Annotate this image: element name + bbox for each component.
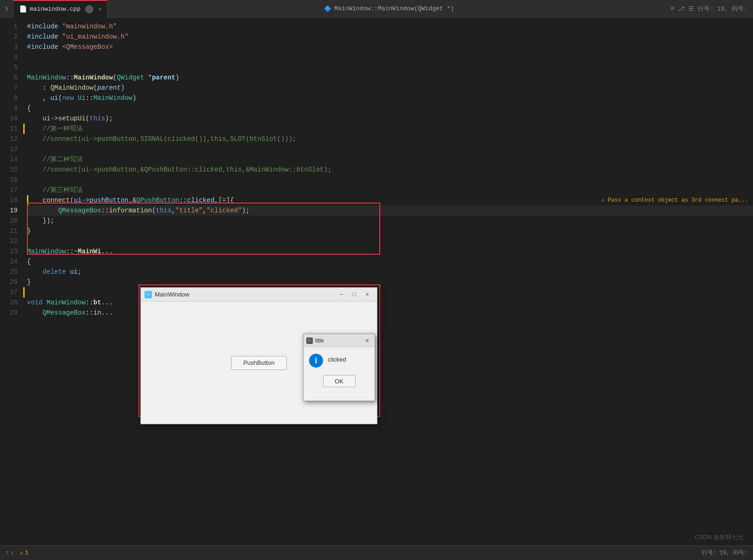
code-line-28: void MainWindow::bt... [27, 297, 753, 308]
line-numbers: 1 2 3 4 5 6 7 ▼8 9 10 11 12 13 14 15 16 … [0, 18, 23, 545]
ln-15: 15 [0, 165, 18, 175]
ln-20: 20 [0, 216, 18, 226]
warning-bar-11 [23, 124, 25, 134]
msgbox-buttons: OK [304, 372, 375, 392]
ln-21: 21 [0, 226, 18, 236]
status-sort-buttons[interactable]: ↑ ↓ [6, 550, 14, 556]
ln-5: 5 [0, 62, 18, 72]
status-warning-count: ⚠ 1 [20, 549, 28, 556]
branch-icon: ⎇ [678, 5, 685, 13]
line-col-indicator: 行号: 19, 列号: [698, 5, 747, 13]
ln-10: 10 [0, 113, 18, 124]
bookmark-icon: ☰ [688, 5, 694, 13]
ln-26: 26 [0, 277, 18, 287]
ln-24: 24 [0, 257, 18, 267]
ln-6: 6 [0, 72, 18, 83]
breadcrumb-icon: 🔷 [324, 5, 331, 13]
msgbox-message: clicked [328, 354, 346, 363]
code-line-24: { [27, 257, 753, 267]
msgbox-title-icon: □ [306, 337, 313, 344]
code-line-15: //connect(ui->pushButton,&QPushButton::c… [27, 165, 753, 175]
ln-27: 27 [0, 287, 18, 297]
code-line-21: } [27, 226, 753, 236]
sort-up-icon: ↑ [6, 550, 9, 556]
ln-28: ▼28 [0, 297, 18, 308]
mainwindow-close-button[interactable]: ✕ [361, 290, 373, 299]
code-line-26: } [27, 277, 753, 287]
ok-button[interactable]: OK [323, 375, 356, 387]
info-icon: i [309, 354, 323, 368]
code-line-11: //第一种写法 [27, 124, 753, 134]
csdn-watermark: CSDN @妖精七七 [694, 533, 744, 541]
ln-18: ▼18 [0, 195, 18, 205]
code-line-16 [27, 175, 753, 185]
code-line-17: //第三种写法 [27, 185, 753, 195]
code-line-12: //connect(ui->pushButton,SIGNAL(clicked(… [27, 134, 753, 144]
code-line-3: #include <QMessageBox> [27, 42, 753, 52]
ln-29: 29 [0, 308, 18, 318]
msgbox-content: i clicked [304, 347, 375, 372]
tab-dirty-indicator [85, 5, 93, 13]
code-line-20: }); [27, 216, 753, 226]
ln-7: 7 [0, 83, 18, 93]
code-line-1: #include "mainwindow.h" [27, 21, 753, 32]
mainwindow-title-text: MainWindow [155, 291, 332, 298]
code-line-10: ui->setupUi(this); [27, 113, 753, 124]
code-line-4 [27, 52, 753, 62]
sort-down-icon: ↓ [11, 550, 14, 556]
tab-bar: ❯ 📄 mainwindow.cpp ✕ 🔷 MainWindow::MainW… [0, 0, 753, 18]
code-line-18: connect(ui->pushButton,&QPushButton::cli… [27, 195, 753, 205]
breadcrumb: 🔷 MainWindow::MainWindow(QWidget *) [317, 5, 461, 13]
ln-23: ▼23 [0, 246, 18, 257]
popup-msgbox: □ title ✕ i clicked OK [303, 334, 375, 401]
code-line-13 [27, 144, 753, 154]
status-bar: ↑ ↓ ⚠ 1 行号: 19, 列号: [0, 545, 753, 560]
ln-9: 9 [0, 103, 18, 113]
code-line-6: MainWindow::MainWindow(QWidget *parent) [27, 72, 753, 83]
code-line-19: QMessageBox::information(this,"title","c… [27, 205, 753, 216]
tab-label: mainwindow.cpp [30, 6, 80, 13]
tab-mainwindow-cpp[interactable]: 📄 mainwindow.cpp ✕ [13, 0, 107, 18]
breadcrumb-text: MainWindow::MainWindow(QWidget *) [334, 5, 454, 12]
msgbox-close-button[interactable]: ✕ [363, 336, 372, 345]
code-line-23: MainWindow::~MainWi... [27, 246, 753, 257]
warning-count: 1 [25, 550, 28, 556]
ln-4: 4 [0, 52, 18, 62]
popup-mainwindow-titlebar: □ MainWindow — □ ✕ [141, 288, 377, 302]
code-line-8: , ui(new Ui::MainWindow) [27, 93, 753, 103]
warning-bar-27 [23, 287, 25, 297]
ln-13: 13 [0, 144, 18, 154]
ln-22: 22 [0, 236, 18, 246]
code-line-5 [27, 62, 753, 72]
code-line-25: delete ui; [27, 267, 753, 277]
ln-2: 2 [0, 32, 18, 42]
mainwindow-title-icon: □ [145, 291, 152, 298]
push-button[interactable]: PushButton [231, 356, 287, 370]
ln-8: ▼8 [0, 93, 18, 103]
code-area: 1 2 3 4 5 6 7 ▼8 9 10 11 12 13 14 15 16 … [0, 18, 753, 545]
mainwindow-minimize-button[interactable]: — [335, 290, 347, 299]
status-line-col: 行号: 19, 列号: [702, 549, 747, 557]
msgbox-title: title [315, 337, 360, 344]
ln-11: 11 [0, 124, 18, 134]
code-line-27 [27, 287, 753, 297]
code-line-22 [27, 236, 753, 246]
code-line-9: { [27, 103, 753, 113]
code-line-7: : QMainWindow(parent) [27, 83, 753, 93]
ln-12: 12 [0, 134, 18, 144]
mainwindow-maximize-button[interactable]: □ [348, 290, 360, 299]
code-line-2: #include "ui_mainwindow.h" [27, 32, 753, 42]
tab-bar-collapse[interactable]: ❯ [0, 0, 13, 18]
hash-symbol: # [671, 5, 674, 12]
code-line-29: QMessageBox::in... [27, 308, 753, 318]
tab-close-button[interactable]: ✕ [98, 6, 101, 13]
msgbox-titlebar: □ title ✕ [304, 334, 375, 347]
warning-icon: ⚠ [20, 549, 23, 556]
warning-tooltip: ⚠ Pass a context object as 3rd connect p… [601, 195, 748, 205]
ln-14: 14 [0, 154, 18, 165]
mainwindow-controls: — □ ✕ [335, 290, 373, 299]
code-content[interactable]: #include "mainwindow.h" #include "ui_mai… [23, 18, 753, 545]
ln-3: 3 [0, 42, 18, 52]
ln-19: 19 [0, 205, 18, 216]
ln-17: 17 [0, 185, 18, 195]
